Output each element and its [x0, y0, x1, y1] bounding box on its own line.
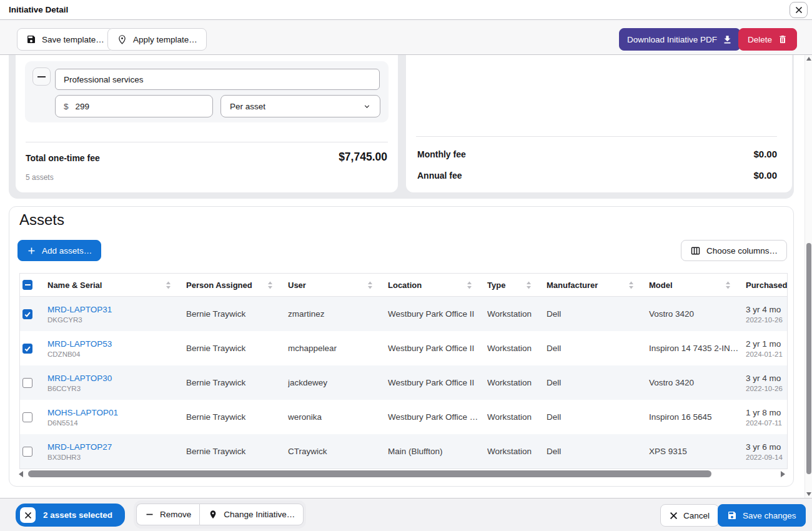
column-header-label: Name & Serial [47, 280, 102, 290]
divider [416, 136, 777, 137]
asset-name-link[interactable]: MOHS-LAPTOP01 [47, 408, 181, 417]
sort-icon[interactable] [628, 281, 634, 289]
column-header-label: Type [487, 280, 505, 290]
asset-serial: B6CCYR3 [47, 385, 181, 392]
asset-age: 2 yr 1 mo [746, 339, 788, 349]
apply-template-button[interactable]: Apply template… [107, 28, 207, 51]
fee-unit-select[interactable]: Per asset [220, 95, 380, 117]
sort-icon[interactable] [725, 281, 731, 289]
column-header[interactable]: Manufacturer [547, 274, 649, 296]
delete-button[interactable]: Delete [738, 28, 797, 51]
column-header[interactable]: Person Assigned [186, 274, 288, 296]
column-header[interactable]: User [288, 274, 388, 296]
asset-manufacturer: Dell [547, 309, 644, 319]
horizontal-scrollbar-thumb[interactable] [28, 470, 711, 477]
change-initiative-button[interactable]: Change Initiative… [199, 504, 304, 525]
fee-name-input[interactable]: Professional services [55, 69, 380, 90]
save-template-label: Save template… [42, 35, 104, 44]
delete-label: Delete [748, 35, 772, 44]
trash-icon [778, 34, 788, 44]
asset-type: Workstation [487, 344, 542, 353]
horizontal-scrollbar[interactable] [18, 469, 786, 479]
asset-person: Bernie Traywick [186, 447, 283, 456]
scroll-right-arrow[interactable] [781, 471, 785, 477]
row-checkbox[interactable] [22, 344, 32, 354]
vertical-scrollbar-thumb[interactable] [806, 243, 811, 474]
fee-unit-value: Per asset [230, 102, 265, 111]
close-icon [670, 512, 678, 520]
select-all-checkbox[interactable] [22, 280, 32, 290]
asset-person: Bernie Traywick [186, 412, 283, 422]
choose-columns-label: Choose columns… [706, 246, 778, 256]
column-header[interactable]: Model [649, 274, 746, 296]
cancel-button[interactable]: Cancel [660, 504, 719, 527]
asset-purchase-date: 2022-10-26 [746, 316, 788, 324]
asset-manufacturer: Dell [547, 378, 644, 387]
assets-section: Assets Add assets… Choose columns… Name … [9, 206, 794, 487]
row-checkbox[interactable] [22, 412, 32, 422]
sort-icon[interactable] [526, 281, 532, 289]
asset-name-link[interactable]: MRD-LAPTOP53 [47, 339, 181, 349]
scroll-left-arrow[interactable] [19, 471, 23, 477]
asset-serial: D6N5514 [47, 419, 181, 427]
cancel-label: Cancel [683, 511, 710, 520]
remove-assets-button[interactable]: Remove [136, 504, 199, 525]
sort-icon[interactable] [166, 281, 171, 289]
asset-row: MRD-LAPTOP53CDZNB04Bernie Traywickmchapp… [20, 331, 787, 365]
download-pdf-button[interactable]: Download Initiative PDF [619, 28, 741, 51]
close-button[interactable] [790, 2, 808, 18]
asset-serial: CDZNB04 [47, 350, 181, 358]
clear-selection-button[interactable] [20, 507, 36, 523]
divider [26, 142, 388, 142]
row-checkbox[interactable] [22, 378, 32, 388]
selection-actions-group: Remove Change Initiative… [134, 500, 306, 529]
fee-assets-count: 5 assets [26, 173, 54, 182]
row-checkbox[interactable] [22, 447, 32, 457]
column-header-label: Model [649, 280, 673, 290]
column-header-label: Purchased [746, 280, 787, 290]
sort-icon[interactable] [267, 281, 273, 289]
recurring-fees-card: Monthly fee $0.00 Annual fee $0.00 [406, 55, 792, 192]
asset-user: mchappelear [288, 344, 383, 353]
asset-age: 3 yr 4 mo [746, 374, 788, 383]
choose-columns-button[interactable]: Choose columns… [681, 240, 787, 261]
column-header[interactable]: Name & Serial [47, 274, 186, 296]
save-template-button[interactable]: Save template… [17, 28, 114, 51]
scroll-up-arrow[interactable] [806, 57, 811, 61]
footer-bar: 2 assets selected Remove Change Initiati… [0, 498, 812, 531]
total-one-time-value: $7,745.00 [339, 151, 387, 164]
pin-icon [208, 510, 218, 520]
scroll-down-arrow[interactable] [806, 492, 811, 496]
annual-fee-label: Annual fee [417, 171, 462, 181]
selection-pill[interactable]: 2 assets selected [16, 504, 125, 527]
column-header[interactable]: Purchased [746, 274, 788, 296]
fee-amount-input[interactable]: $ 299 [55, 95, 213, 117]
column-header[interactable]: Location [388, 274, 487, 296]
asset-name-link[interactable]: MRD-LAPTOP27 [47, 442, 181, 452]
asset-user: weronika [288, 412, 383, 422]
asset-manufacturer: Dell [547, 447, 644, 456]
asset-purchase-date: 2022-10-26 [746, 385, 788, 392]
column-header[interactable]: Type [487, 274, 547, 296]
asset-purchase-date: 2022-09-14 [746, 454, 788, 461]
asset-row: MOHS-LAPTOP01D6N5514Bernie Traywickweron… [20, 400, 787, 434]
asset-age: 1 yr 8 mo [746, 408, 788, 417]
total-one-time-label: Total one-time fee [26, 153, 100, 163]
add-assets-button[interactable]: Add assets… [17, 240, 101, 261]
fee-line-item: Professional services $ 299 Per asset [25, 61, 389, 122]
selection-count-label: 2 assets selected [43, 510, 112, 520]
asset-name-link[interactable]: MRD-LAPTOP30 [47, 374, 181, 383]
save-icon [26, 34, 36, 44]
save-changes-button[interactable]: Save changes [718, 504, 806, 527]
vertical-scrollbar[interactable] [805, 55, 812, 498]
asset-manufacturer: Dell [547, 344, 644, 353]
sort-icon[interactable] [467, 281, 472, 289]
monthly-fee-label: Monthly fee [417, 149, 466, 159]
remove-fee-button[interactable] [32, 67, 51, 86]
asset-serial: DKGCYR3 [47, 316, 181, 324]
sort-icon[interactable] [367, 281, 373, 289]
asset-name-link[interactable]: MRD-LAPTOP31 [47, 305, 181, 314]
row-checkbox[interactable] [22, 309, 32, 319]
fee-amount-value: 299 [76, 102, 90, 111]
save-icon [727, 510, 737, 520]
